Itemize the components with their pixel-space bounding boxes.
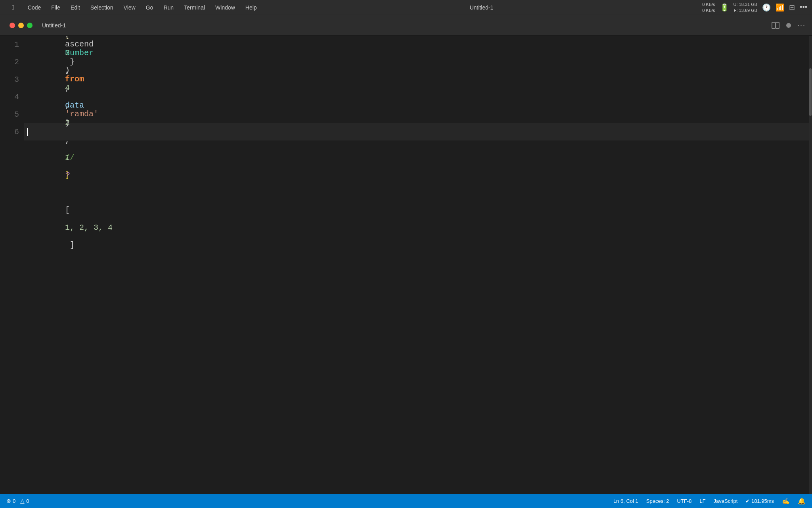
menu-file[interactable]: File [47,3,64,12]
line-number-row-5: 5 [0,106,19,123]
code-line-2 [24,53,809,71]
bell-icon[interactable]: 🔔 [798,497,806,505]
error-icon: ⊗ [6,498,11,504]
scrollbar-thumb[interactable] [809,68,812,116]
disk-free: F: 13.69 GB [734,8,757,13]
line-number-row-6: 6 [0,123,19,140]
token-space-2 [65,136,70,145]
cursor [27,128,28,136]
token-paren-3: ) [65,66,70,75]
token-result-numbers: 1, 2, 3, 4 [65,223,113,232]
network-status: 0 KB/s 0 KB/s [702,2,715,13]
svg-rect-0 [772,22,775,29]
disk-used: U: 18.31 GB [733,2,758,7]
menu-selection[interactable]: Selection [86,3,117,12]
menu-run[interactable]: Run [159,3,178,12]
close-button[interactable] [10,23,15,28]
wifi-icon[interactable]: 📶 [776,3,784,12]
token-comment-slash: // [65,153,79,162]
controlcenter-icon[interactable]: ⊟ [789,3,795,12]
disk-status: U: 18.31 GB F: 13.69 GB [733,2,758,13]
editor-scrollbar[interactable] [809,36,812,494]
code-line-1: import { sort , ascend } from 'ramda' [24,36,809,53]
token-paren-2: ( [65,36,70,40]
token-comment-q: ? [65,171,70,180]
menubar-left:  Code File Edit Selection View Go Run T… [5,3,261,12]
token-result-bracket-open: [ [65,206,75,215]
split-editor-icon[interactable] [771,21,780,30]
token-number-fn: Number [65,48,94,58]
svg-rect-1 [776,22,779,29]
editor-tab[interactable]: Untitled-1 [42,22,66,29]
line-number-2: 2 [14,58,19,67]
line-number-3: 3 [14,75,19,84]
traffic-lights:  [5,4,21,11]
clock-icon[interactable]: 🕐 [762,3,771,12]
line-number-5: 5 [14,110,19,119]
cursor-position[interactable]: Ln 6, Col 1 [613,498,638,504]
battery-icon: 🔋 [720,3,729,12]
line-number-1: 1 [14,40,19,49]
menu-terminal[interactable]: Terminal [180,3,209,12]
menubar:  Code File Edit Selection View Go Run T… [0,0,812,15]
menu-edit[interactable]: Edit [67,3,84,12]
error-number: 0 [13,498,15,504]
file-encoding[interactable]: UTF-8 [677,498,692,504]
line-number-row-2: 2 [0,53,19,71]
file-modified-indicator [786,23,791,28]
titlebar-actions: ··· [771,21,806,30]
menu-view[interactable]: View [120,3,140,12]
editor-titlebar: Untitled-1 ··· [0,15,812,36]
menu-window[interactable]: Window [211,3,239,12]
notification-icon[interactable]: ••• [800,3,807,12]
quill-icon[interactable]: ✍ [782,497,790,505]
network-up: 0 KB/s [702,2,715,7]
code-line-4 [24,88,809,106]
more-actions-button[interactable]: ··· [797,21,806,29]
token-space-3 [65,188,70,197]
token-comma-5: , [65,83,75,92]
code-line-3: let data = [ 3 , 4 , 2 , 1 ] [24,71,809,88]
line-endings[interactable]: LF [699,498,705,504]
menu-go[interactable]: Go [142,3,157,12]
line-number-4: 4 [14,92,19,102]
menubar-right: 0 KB/s 0 KB/s 🔋 U: 18.31 GB F: 13.69 GB … [702,2,807,13]
warning-icon: △ [20,498,25,504]
error-count[interactable]: ⊗ 0 △ 0 [6,498,29,504]
code-line-6 [24,123,809,140]
network-down: 0 KB/s [702,8,715,13]
line-number-row-1: 1 [0,36,19,53]
warning-number: 0 [26,498,29,504]
line-gutter: 1 2 3 4 5 6 [0,36,24,494]
line-number-6: 6 [14,127,19,137]
language-mode[interactable]: JavaScript [714,498,738,504]
code-line-5: sort ( ascend ( Number ) , data ) // ? [… [24,106,809,123]
maximize-button[interactable] [27,23,33,28]
code-editor[interactable]: import { sort , ascend } from 'ramda' le… [24,36,809,494]
line-number-row-3: 3 [0,71,19,88]
menu-help[interactable]: Help [241,3,261,12]
window-title: Untitled-1 [469,4,493,11]
execution-timing: ✔ 181.95ms [745,498,774,504]
apple-menu[interactable]:  [8,4,18,11]
token-paren-4: ) [65,118,70,127]
editor-area: 1 2 3 4 5 6 import { so [0,36,812,494]
status-left: ⊗ 0 △ 0 [6,498,29,504]
token-data-ref: data [65,101,84,110]
status-right: Ln 6, Col 1 Spaces: 2 UTF-8 LF JavaScrip… [613,497,806,505]
menu-code[interactable]: Code [24,3,45,12]
line-number-row-4: 4 [0,88,19,106]
token-result-bracket-close: ] [65,241,75,250]
menubar-center: Untitled-1 [261,4,703,11]
indentation[interactable]: Spaces: 2 [646,498,669,504]
statusbar: ⊗ 0 △ 0 Ln 6, Col 1 Spaces: 2 UTF-8 LF J… [0,494,812,508]
window-controls [6,23,36,28]
minimize-button[interactable] [18,23,24,28]
